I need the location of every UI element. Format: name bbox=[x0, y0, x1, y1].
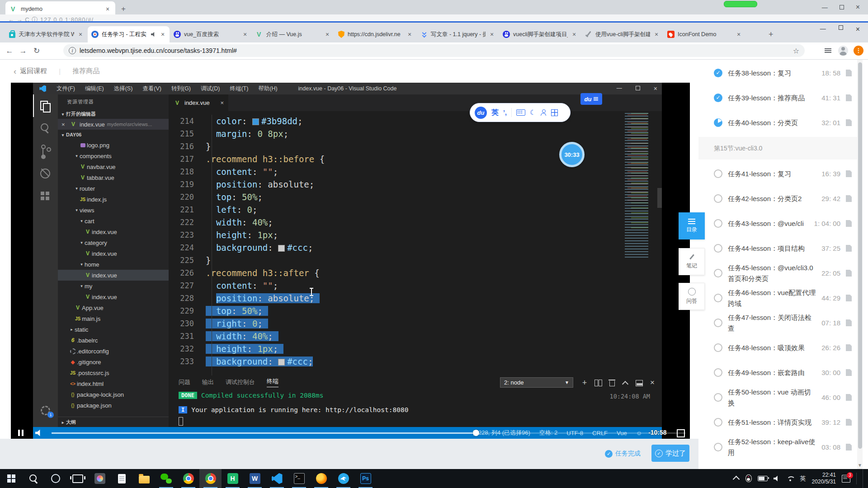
network-icon[interactable] bbox=[786, 476, 794, 482]
vscode-menu-item[interactable]: 转到(G) bbox=[166, 85, 196, 93]
lesson-item[interactable]: 任务47-lesson：关闭语法检查07: 18 bbox=[698, 310, 857, 335]
forward-icon[interactable]: → bbox=[16, 47, 30, 56]
browser-tab[interactable]: 介绍 — Vue.js× bbox=[252, 26, 334, 42]
tree-item[interactable]: index.vue bbox=[58, 226, 169, 237]
lesson-item[interactable]: 任务38-lesson：复习18: 58 bbox=[698, 61, 857, 85]
tab-audio-icon[interactable] bbox=[151, 32, 156, 37]
tree-item[interactable]: App.vue bbox=[58, 302, 169, 313]
background-new-tab-button[interactable]: + bbox=[121, 5, 126, 14]
reading-list-icon[interactable] bbox=[825, 47, 832, 54]
debug-icon[interactable] bbox=[33, 162, 58, 185]
document-icon[interactable] bbox=[846, 394, 852, 401]
document-icon[interactable] bbox=[846, 220, 852, 227]
document-icon[interactable] bbox=[846, 419, 852, 426]
taskbar-start-button[interactable] bbox=[0, 469, 22, 488]
sidebar-scrollbar[interactable]: ▼ bbox=[857, 60, 863, 469]
extensions-icon[interactable] bbox=[33, 185, 58, 207]
panel-layout-icon[interactable] bbox=[632, 377, 646, 389]
tree-item[interactable]: main.js bbox=[58, 313, 169, 324]
minimap[interactable] bbox=[625, 113, 656, 258]
tab-close-icon[interactable]: × bbox=[489, 31, 495, 38]
site-info-icon[interactable]: i bbox=[69, 47, 76, 54]
document-icon[interactable] bbox=[846, 245, 852, 252]
taskbar-clock[interactable]: 22:41 2020/5/31 bbox=[812, 472, 836, 485]
lesson-item[interactable]: 任务48-lesson：吸顶效果26: 26 bbox=[698, 335, 857, 360]
minimize-icon[interactable]: — bbox=[822, 4, 828, 11]
tab-close-icon[interactable]: × bbox=[104, 5, 111, 13]
learned-button[interactable]: 学过了 bbox=[651, 445, 689, 462]
tree-item[interactable]: package.json bbox=[58, 400, 169, 411]
study-timer-badge[interactable]: 30:33 bbox=[559, 142, 585, 167]
tree-item[interactable]: ▾components bbox=[58, 150, 169, 161]
lesson-item[interactable]: 任务41-lesson：复习16: 39 bbox=[698, 161, 857, 186]
maximize-panel-icon[interactable] bbox=[618, 377, 632, 389]
tree-item[interactable]: ▾cart bbox=[58, 216, 169, 226]
ime-status-chip[interactable]: du bbox=[580, 93, 602, 105]
panel-tab-终端[interactable]: 终端 bbox=[267, 377, 278, 387]
open-editor-item[interactable]: × index.vue mydemo\src\views... bbox=[58, 119, 169, 130]
ime-toolbar[interactable]: du 英 ’, ☾ bbox=[470, 103, 571, 122]
tree-item[interactable]: ▾router bbox=[58, 183, 169, 194]
document-icon[interactable] bbox=[846, 170, 852, 177]
person-icon[interactable] bbox=[540, 109, 547, 116]
grid-icon[interactable] bbox=[551, 109, 558, 116]
tab-close-icon[interactable]: × bbox=[406, 31, 413, 38]
lesson-item[interactable]: 任务51-lesson：详情页实现39: 12 bbox=[698, 410, 857, 435]
tab-close-icon[interactable]: × bbox=[324, 31, 330, 38]
lesson-item[interactable]: 任务50-lesson：vue 动画切换46: 00 bbox=[698, 385, 857, 410]
keyboard-icon[interactable] bbox=[516, 109, 525, 116]
ime-language-toggle[interactable]: 英 bbox=[491, 108, 499, 117]
panel-tab-问题[interactable]: 问题 bbox=[179, 378, 190, 386]
editor-tab-indexvue[interactable]: index.vue × bbox=[169, 94, 228, 111]
tab-close-icon[interactable]: × bbox=[571, 31, 577, 38]
taskbar-taskview-button[interactable] bbox=[66, 469, 89, 488]
document-icon[interactable] bbox=[846, 295, 852, 301]
lesson-item[interactable]: 任务39-lesson：推荐商品41: 31 bbox=[698, 85, 857, 110]
explorer-icon[interactable] bbox=[33, 94, 58, 117]
tab-close-icon[interactable]: × bbox=[736, 31, 742, 38]
tree-item[interactable]: ▾views bbox=[58, 205, 169, 216]
ime-logo[interactable]: du bbox=[475, 107, 487, 119]
editor-scrollbar[interactable] bbox=[657, 188, 662, 208]
minimize-icon[interactable]: — bbox=[820, 25, 826, 33]
lesson-item[interactable]: 任务43-lesson：@vue/cli1: 04: 00 bbox=[698, 211, 857, 236]
folder-root-section[interactable]: ▾DAY06 bbox=[58, 130, 169, 140]
vscode-menu-item[interactable]: 选择(S) bbox=[109, 85, 138, 93]
subnav-recommend[interactable]: 推荐商品 bbox=[72, 67, 99, 75]
tree-item[interactable]: index.vue bbox=[58, 291, 169, 302]
lesson-item[interactable]: 任务45-lesson：@vue/cli3.0 首页和分类页22: 05 bbox=[698, 261, 857, 286]
moon-icon[interactable]: ☾ bbox=[530, 109, 536, 116]
vscode-menu-item[interactable]: 终端(T) bbox=[225, 85, 253, 93]
search-icon[interactable] bbox=[33, 117, 58, 140]
taskbar-firefox-button[interactable] bbox=[310, 469, 332, 488]
vscode-menu-item[interactable]: 文件(F) bbox=[52, 85, 80, 93]
taskbar-vscode-button[interactable] bbox=[266, 469, 288, 488]
lesson-item[interactable]: 任务52-lesson：keep-alive使用03: 08 bbox=[698, 435, 857, 460]
tree-item[interactable]: tabbar.vue bbox=[58, 172, 169, 183]
kill-terminal-icon[interactable] bbox=[605, 377, 618, 389]
close-icon[interactable]: × bbox=[856, 3, 860, 11]
taskbar-app-button[interactable] bbox=[89, 469, 111, 488]
document-icon[interactable] bbox=[846, 70, 852, 76]
browser-tab[interactable]: IconFont Demo× bbox=[664, 26, 745, 42]
document-icon[interactable] bbox=[846, 94, 852, 101]
hidden-icons-chevron[interactable] bbox=[732, 476, 740, 483]
video-player[interactable]: 文件(F)编辑(E)选择(S)查看(V)转到(G)调试(D)终端(T)帮助(H)… bbox=[11, 83, 690, 439]
volume-icon[interactable] bbox=[35, 429, 42, 436]
taskbar-notepad-button[interactable] bbox=[111, 469, 133, 488]
browser-tab[interactable]: vue_百度搜索× bbox=[170, 26, 252, 42]
split-terminal-icon[interactable] bbox=[591, 377, 605, 389]
vscode-menu-item[interactable]: 查看(V) bbox=[137, 85, 166, 93]
float-button-笔记[interactable]: 笔记 bbox=[679, 248, 705, 275]
bookmark-star-icon[interactable]: ☆ bbox=[793, 47, 799, 55]
taskbar-cmd-button[interactable] bbox=[288, 469, 310, 488]
maximize-icon[interactable] bbox=[840, 5, 844, 9]
document-icon[interactable] bbox=[846, 444, 852, 450]
tree-item[interactable]: .editorconfig bbox=[58, 346, 169, 357]
close-icon[interactable]: × bbox=[654, 85, 657, 92]
profile-avatar[interactable] bbox=[838, 46, 848, 56]
source-control-icon[interactable] bbox=[33, 140, 58, 162]
battery-icon[interactable] bbox=[758, 476, 768, 481]
browser-menu-icon[interactable]: ⋮ bbox=[854, 46, 863, 56]
taskbar-hbuilder-button[interactable] bbox=[222, 469, 244, 488]
